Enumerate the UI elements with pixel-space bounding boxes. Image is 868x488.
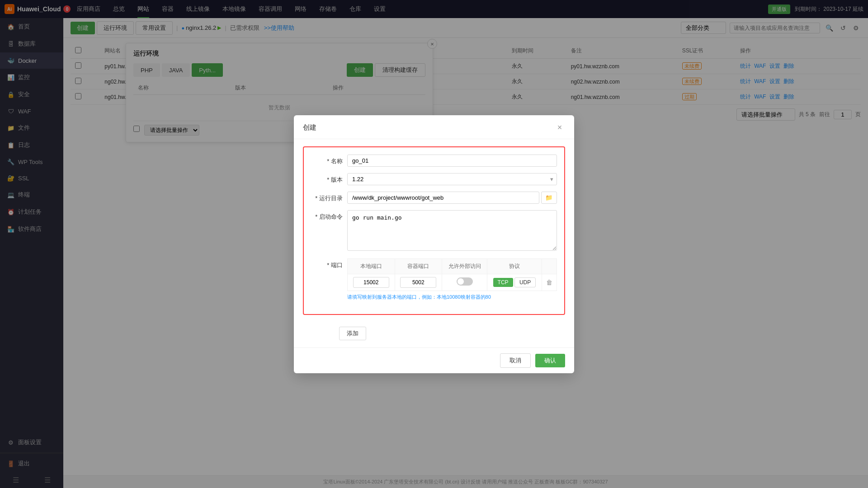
cmd-field: go run main.go — [347, 210, 557, 252]
add-port-section: 添加 — [303, 322, 565, 340]
modal-title: 创建 — [303, 123, 316, 132]
cancel-btn[interactable]: 取消 — [500, 353, 531, 368]
tcp-btn[interactable]: TCP — [493, 278, 513, 287]
create-modal: 创建 × * 名称 * 版本 1.22 — [294, 115, 574, 373]
port-col-del — [542, 258, 557, 274]
form-row-cmd: * 启动命令 go run main.go — [311, 210, 557, 252]
modal-close-btn[interactable]: × — [554, 122, 565, 133]
form-section: * 名称 * 版本 1.22 1.21 1.20 — [303, 146, 565, 315]
confirm-btn[interactable]: 确认 — [535, 354, 565, 367]
port-label: * 端口 — [311, 258, 347, 269]
modal-body: * 名称 * 版本 1.22 1.21 1.20 — [294, 139, 574, 347]
version-label: * 版本 — [311, 173, 347, 184]
name-input[interactable] — [347, 155, 557, 167]
port-col-container: 容器端口 — [395, 258, 442, 274]
local-port-input[interactable] — [353, 277, 389, 288]
udp-btn[interactable]: UDP — [514, 277, 536, 287]
modal-overlay: 创建 × * 名称 * 版本 1.22 — [0, 0, 868, 488]
dir-input[interactable] — [347, 192, 539, 204]
port-row: TCP UDP 🗑 — [348, 274, 557, 291]
container-port-input[interactable] — [400, 277, 436, 288]
port-col-external: 允许外部访问 — [442, 258, 487, 274]
port-delete-btn[interactable]: 🗑 — [546, 279, 552, 286]
name-label: * 名称 — [311, 155, 347, 165]
form-row-dir: * 运行目录 📁 — [311, 192, 557, 204]
port-table: 本地端口 容器端口 允许外部访问 协议 — [347, 258, 557, 291]
cmd-label: * 启动命令 — [311, 210, 347, 221]
dir-field: 📁 — [347, 192, 557, 204]
port-hint: 请填写映射到服务器本地的端口，例如：本地10080映射容器的80 — [347, 294, 557, 300]
form-row-name: * 名称 — [311, 155, 557, 167]
external-toggle[interactable] — [457, 277, 473, 286]
form-row-version: * 版本 1.22 1.21 1.20 1.19 ▾ — [311, 173, 557, 185]
modal-footer: 取消 确认 — [294, 347, 574, 373]
modal-header: 创建 × — [294, 115, 574, 139]
port-col-local: 本地端口 — [348, 258, 395, 274]
name-field — [347, 155, 557, 167]
add-port-btn[interactable]: 添加 — [339, 327, 366, 340]
cmd-input[interactable]: go run main.go — [347, 210, 557, 251]
port-field: 本地端口 容器端口 允许外部访问 协议 — [347, 258, 557, 300]
dir-wrap: 📁 — [347, 192, 557, 204]
port-col-protocol: 协议 — [487, 258, 542, 274]
dir-browse-btn[interactable]: 📁 — [541, 192, 557, 204]
form-row-port: * 端口 本地端口 容器端口 允许外部访问 协议 — [311, 258, 557, 300]
version-select-wrap: 1.22 1.21 1.20 1.19 ▾ — [347, 173, 557, 185]
dir-label: * 运行目录 — [311, 192, 347, 202]
version-field: 1.22 1.21 1.20 1.19 ▾ — [347, 173, 557, 185]
version-select[interactable]: 1.22 1.21 1.20 1.19 — [347, 173, 557, 185]
